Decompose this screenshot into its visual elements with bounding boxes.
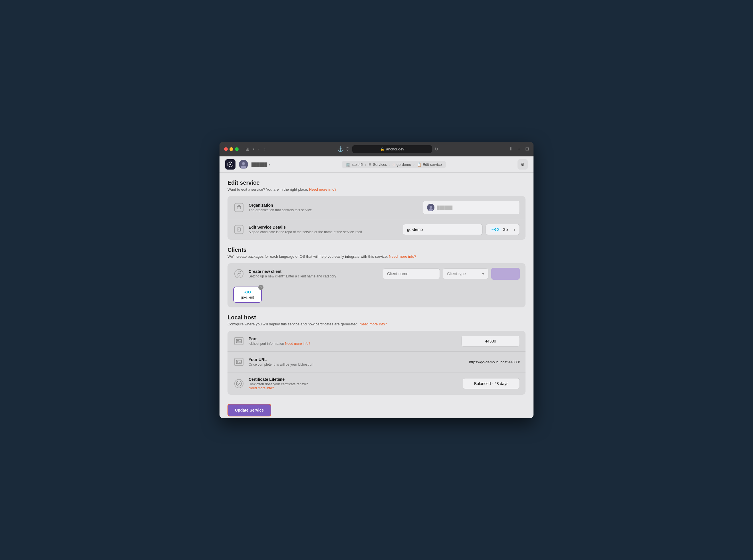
cert-sublabel: How often does your certificate renew? N… xyxy=(249,382,457,390)
back-button[interactable]: ‹ xyxy=(257,146,260,153)
close-button[interactable] xyxy=(224,147,228,151)
url-control: https://go-demo.lcl.host:44330/ xyxy=(469,360,520,364)
traffic-lights xyxy=(224,147,239,151)
nav-right: ⚙ xyxy=(517,159,528,169)
edit-service-need-more-info-link[interactable]: Need more info? xyxy=(309,187,337,192)
edit-service-desc: Want to edit a service? You are in the r… xyxy=(227,187,526,192)
organization-row: Organization The organization that contr… xyxy=(227,196,526,219)
create-client-icon-container xyxy=(233,268,245,279)
edit-details-icon-container xyxy=(233,224,245,235)
cert-icon-container xyxy=(233,378,245,389)
client-name-input[interactable] xyxy=(383,268,440,279)
cert-control: Balanced - 28 days xyxy=(463,378,520,389)
svg-point-1 xyxy=(230,163,231,165)
breadcrumb-org[interactable]: 🏢 stolt45 xyxy=(346,162,362,167)
port-input[interactable] xyxy=(461,336,520,346)
clients-title: Clients xyxy=(227,246,526,253)
org-name-text: ██████ xyxy=(252,162,267,167)
port-icon xyxy=(234,337,243,345)
url-sublabel: Once complete, this will be your lcl.hos… xyxy=(249,362,463,366)
cert-need-more-info-link[interactable]: Need more info? xyxy=(249,386,274,390)
go-badge: ∞ GO xyxy=(490,227,501,232)
browser-window: ⊞ ▾ ‹ › ⚓ 🛡 🔒 anchor.dev ↻ ⬆ ＋ ⊡ xyxy=(219,142,534,418)
address-bar[interactable]: 🔒 anchor.dev xyxy=(352,145,432,153)
local-host-title: Local host xyxy=(227,314,526,321)
top-nav: ██████ ▾ 🏢 stolt45 › ⊞ Services › ∞ go-d… xyxy=(219,156,534,173)
cert-label: Certificate Lifetime xyxy=(249,377,457,382)
organization-sublabel: The organization that controls this serv… xyxy=(249,208,417,212)
update-service-button[interactable]: Update Service xyxy=(227,404,271,416)
clients-card: Create new client Setting up a new clien… xyxy=(227,263,526,307)
svg-point-4 xyxy=(241,165,246,169)
chevron-down-icon[interactable]: ▾ xyxy=(253,147,254,151)
go-client-chip[interactable]: ✕ -GO go-client xyxy=(233,286,262,303)
localhost-card: Port lcl.host port information Need more… xyxy=(227,331,526,395)
organization-label: Organization xyxy=(249,203,417,207)
edit-service-header: Edit service Want to edit a service? You… xyxy=(227,180,526,192)
svg-point-3 xyxy=(242,162,245,165)
org-selector[interactable]: ██████ ▾ xyxy=(252,162,270,167)
browser-navigation: ⊞ ▾ ‹ › xyxy=(244,146,266,153)
app-logo[interactable] xyxy=(225,159,236,169)
port-sublabel: lcl.host port information Need more info… xyxy=(249,342,456,346)
org-avatar xyxy=(427,204,434,211)
port-need-more-info-link[interactable]: Need more info? xyxy=(285,342,310,346)
breadcrumb-services[interactable]: ⊞ Services xyxy=(369,162,387,167)
browser-chrome: ⊞ ▾ ‹ › ⚓ 🛡 🔒 anchor.dev ↻ ⬆ ＋ ⊡ xyxy=(219,142,534,156)
main-content: Edit service Want to edit a service? You… xyxy=(219,173,534,418)
breadcrumb-sep-3: › xyxy=(413,162,414,167)
svg-rect-10 xyxy=(236,339,241,343)
user-avatar[interactable] xyxy=(239,160,248,169)
local-host-need-more-info-link[interactable]: Need more info? xyxy=(359,322,387,326)
create-client-info: Create new client Setting up a new clien… xyxy=(249,269,377,278)
minimize-button[interactable] xyxy=(230,147,233,151)
sidebar-toggle-icon[interactable]: ⊞ xyxy=(244,146,250,153)
port-label: Port xyxy=(249,337,456,341)
settings-button[interactable]: ⚙ xyxy=(517,159,528,169)
clients-need-more-info-link[interactable]: Need more info? xyxy=(389,254,416,259)
chevron-down-icon: ▾ xyxy=(482,272,484,276)
shield-icon: 🛡 xyxy=(345,147,350,152)
breadcrumb-edit[interactable]: 📋 Edit service xyxy=(417,162,442,167)
port-info: Port lcl.host port information Need more… xyxy=(249,337,456,346)
your-url-row: Your URL Once complete, this will be you… xyxy=(227,352,526,373)
svg-point-14 xyxy=(236,381,241,386)
share-icon[interactable]: ⬆ xyxy=(509,146,513,152)
maximize-button[interactable] xyxy=(235,147,239,151)
forward-button[interactable]: › xyxy=(263,146,266,153)
new-tab-icon[interactable]: ＋ xyxy=(517,146,521,152)
edit-service-details-row: Edit Service Details A good candidate is… xyxy=(227,219,526,240)
organization-icon xyxy=(234,203,243,212)
breadcrumb-sep-2: › xyxy=(389,162,391,167)
add-client-button[interactable] xyxy=(491,268,520,280)
edit-details-icon xyxy=(234,225,243,234)
client-type-select[interactable]: Client type ▾ xyxy=(443,268,489,279)
url-icon-container xyxy=(233,356,245,367)
clients-desc: We'll create packages for each language … xyxy=(227,254,526,259)
certificate-icon xyxy=(234,379,243,388)
create-client-icon xyxy=(234,269,243,278)
svg-point-12 xyxy=(238,340,239,341)
tabs-icon[interactable]: ⊡ xyxy=(525,146,529,152)
create-client-controls: Client type ▾ xyxy=(383,268,520,280)
cert-lifetime-select[interactable]: Balanced - 28 days xyxy=(463,378,520,389)
page-content: ██████ ▾ 🏢 stolt45 › ⊞ Services › ∞ go-d… xyxy=(219,156,534,418)
go-client-icon: -GO xyxy=(244,290,251,294)
org-name-value: ██████ xyxy=(437,205,452,210)
client-chip-name: go-client xyxy=(241,295,254,299)
remove-client-button[interactable]: ✕ xyxy=(258,285,263,290)
terminal-icon xyxy=(234,358,243,366)
lock-icon: 🔒 xyxy=(380,147,384,151)
go-service-icon: ∞ xyxy=(393,162,395,166)
language-select[interactable]: ∞ GO Go ▾ xyxy=(486,224,520,235)
breadcrumb: 🏢 stolt45 › ⊞ Services › ∞ go-demo › 📋 E… xyxy=(342,161,445,168)
create-client-label: Create new client xyxy=(249,269,377,274)
edit-service-details-label: Edit Service Details xyxy=(249,225,397,229)
breadcrumb-service[interactable]: ∞ go-demo xyxy=(393,162,411,167)
organization-icon-container xyxy=(233,202,245,213)
reload-icon[interactable]: ↻ xyxy=(434,146,438,152)
edit-page-icon: 📋 xyxy=(417,162,422,167)
client-chips-area: ✕ -GO go-client xyxy=(227,284,526,307)
service-name-input[interactable] xyxy=(403,224,483,235)
clients-header: Clients We'll create packages for each l… xyxy=(227,246,526,259)
